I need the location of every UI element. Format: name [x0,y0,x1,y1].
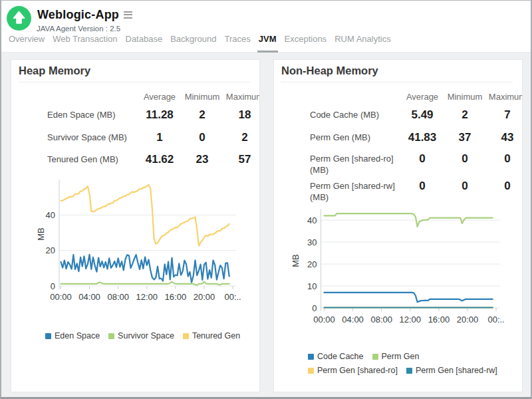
heap-memory-chart[interactable]: 0204000:0004:0008:0012:0016:0020:0000:..… [31,173,260,306]
tab-exceptions[interactable]: Exceptions [285,33,327,52]
app-header: Weblogic-App JAVA Agent Version : 2.5 Ov… [1,1,531,53]
series-survivor-space [61,282,229,285]
menu-bar [124,11,132,13]
x-tick-label: 08:00 [107,292,129,302]
y-tick-label: 40 [307,215,317,225]
legend-swatch [108,333,114,339]
app-status-icon [7,6,31,31]
metric-minimum: 2 [181,109,223,120]
legend-row: Eden SpaceSurvivor SpaceTenured Gen [45,331,240,340]
metric-maximum: 0 [486,153,523,164]
x-tick-label: 12:00 [400,315,422,325]
legend-label: Survivor Space [118,331,174,340]
legend-swatch [372,354,378,360]
panel-title: Heap Memory [19,65,90,77]
metric-maximum: 43 [486,132,523,143]
metric-average: 1 [138,132,181,143]
non-heap-memory-chart[interactable]: 01020304000:0004:0008:0012:0016:0020:000… [286,201,523,327]
metric-label: Perm Gen (MB) [310,132,401,143]
legend-item[interactable]: Code Cache [308,352,364,361]
x-tick-label: 00:00 [50,292,72,302]
legend-label: Perm Gen [shared-rw] [416,366,497,375]
menu-bar [124,17,132,19]
tab-overview[interactable]: Overview [9,33,45,52]
legend-item[interactable]: Tenured Gen [183,331,240,340]
tab-rum-analytics[interactable]: RUM Analytics [334,33,391,52]
tab-bar: OverviewWeb TransactionDatabaseBackgroun… [9,33,391,52]
tab-traces[interactable]: Traces [225,33,251,52]
y-axis-title: MB [291,254,301,267]
legend-row: Code CachePerm Gen [308,352,497,361]
metric-label: Perm Gen [shared-ro] (MB) [310,153,401,176]
legend-swatch [308,368,314,374]
table-row: Eden Space (MB)11.28218 [11,109,260,120]
column-header-minimum: Minimum [444,92,486,102]
tab-background[interactable]: Background [170,33,216,52]
table-header-row: AverageMinimumMaximum [11,92,260,102]
legend-swatch [45,333,51,339]
x-tick-label: 00:00 [313,315,335,325]
menu-icon[interactable] [124,9,132,20]
metric-label: Code Cache (MB) [310,109,401,120]
series-code-cache [325,293,493,302]
table-row: Tenured Gen (MB)41.622357 [11,154,260,165]
legend-swatch [308,354,314,360]
metric-maximum: 18 [223,109,260,120]
legend-swatch [183,333,189,339]
x-tick-label: 04:00 [78,292,100,302]
tab-jvm[interactable]: JVM [259,33,277,52]
table-row: Perm Gen [shared-ro] (MB)000 [274,153,523,176]
metric-maximum: 2 [223,132,260,143]
metric-maximum: 57 [223,154,260,165]
y-tick-label: 30 [307,237,317,247]
app-window: Weblogic-App JAVA Agent Version : 2.5 Ov… [0,0,532,399]
x-tick-label: 00:.. [487,315,504,325]
metric-minimum: 0 [444,180,486,192]
y-tick-label: 0 [312,303,317,313]
metric-average: 0 [401,180,444,192]
legend-item[interactable]: Perm Gen [372,352,420,361]
tab-web-transaction[interactable]: Web Transaction [53,33,117,52]
table-header-row: AverageMinimumMaximum [274,92,523,102]
metric-minimum: 37 [444,132,486,143]
x-tick-label: 16:00 [165,292,187,302]
nonheap_chart-svg: 01020304000:0004:0008:0012:0016:0020:000… [286,201,523,327]
column-header-maximum: Maximum [223,92,260,102]
y-tick-label: 40 [46,210,55,220]
metric-maximum: 7 [486,109,523,120]
x-tick-label: 20:00 [194,292,215,302]
metric-average: 41.62 [138,154,181,165]
heap_chart-svg: 0204000:0004:0008:0012:0016:0020:0000:..… [31,173,260,309]
non-heap-chart-legend: Code CachePerm GenPerm Gen [shared-ro]Pe… [308,352,497,375]
column-header-maximum: Maximum [486,92,523,102]
x-tick-label: 16:00 [428,315,450,325]
arrow-up-circle-icon [7,6,31,31]
x-tick-label: 20:00 [457,315,479,325]
metric-average: 41.83 [401,132,444,143]
legend-item[interactable]: Eden Space [45,331,100,340]
x-tick-label: 12:00 [136,292,158,302]
x-tick-label: 04:00 [342,315,364,325]
legend-item[interactable]: Perm Gen [shared-rw] [406,366,497,375]
y-tick-label: 0 [51,281,55,291]
table-row: Perm Gen (MB)41.833743 [274,132,523,143]
legend-label: Perm Gen [shared-ro] [317,366,398,375]
table-row: Survivor Space (MB)102 [11,132,260,143]
metric-average: 5.49 [401,109,444,120]
y-axis-title: MB [36,227,46,241]
column-header-minimum: Minimum [181,92,223,102]
legend-item[interactable]: Perm Gen [shared-ro] [308,366,398,375]
column-header-average: Average [401,92,444,102]
metric-label: Survivor Space (MB) [47,132,138,143]
tab-database[interactable]: Database [126,33,163,52]
panel-title: Non-Heap Memory [281,65,378,77]
heap-chart-legend: Eden SpaceSurvivor SpaceTenured Gen [45,331,240,340]
legend-label: Tenured Gen [192,331,240,340]
menu-bar [124,14,132,15]
series-eden-space [61,255,229,283]
agent-version-label: JAVA Agent Version : 2.5 [37,25,120,33]
y-tick-label: 20 [307,259,317,269]
legend-item[interactable]: Survivor Space [108,331,174,340]
metric-minimum: 0 [181,132,223,143]
metric-average: 0 [401,153,444,164]
